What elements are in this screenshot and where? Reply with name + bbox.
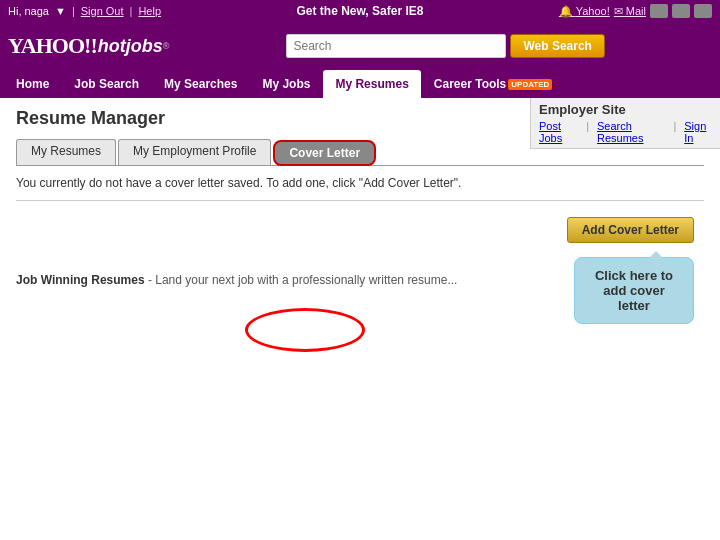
- search-bar: Web Search: [179, 34, 712, 58]
- page-title: Resume Manager: [16, 108, 704, 129]
- logo-bar: YAHOO! ! hotjobs ® Web Search: [0, 22, 720, 70]
- updated-badge: UPDATED: [508, 79, 552, 90]
- yahoo-logo-text: YAHOO!: [8, 33, 90, 59]
- ie8-promo-text: Get the New, Safer IE8: [296, 4, 423, 18]
- nav-item-home[interactable]: Home: [4, 70, 61, 98]
- tab-my-resumes[interactable]: My Resumes: [16, 139, 116, 165]
- web-search-button[interactable]: Web Search: [510, 34, 604, 58]
- mail-icon[interactable]: ✉ Mail: [614, 5, 646, 18]
- cover-letter-circle-annotation: [245, 308, 365, 352]
- yahoo-icon[interactable]: 🔔 Yahoo!: [559, 5, 610, 18]
- tab-cover-letter[interactable]: Cover Letter: [273, 140, 376, 166]
- main-content: Resume Manager My Resumes My Employment …: [0, 98, 720, 297]
- top-bar-left: Hi, naga ▼ | Sign Out | Help: [8, 5, 161, 17]
- tooltip-text: Click here to add cover letter: [595, 268, 673, 313]
- nav-item-career-tools[interactable]: Career Tools UPDATED: [422, 70, 565, 98]
- info-text: You currently do not have a cover letter…: [16, 176, 704, 201]
- dropdown-arrow[interactable]: ▼: [55, 5, 66, 17]
- nav-item-my-jobs[interactable]: My Jobs: [250, 70, 322, 98]
- tabs: My Resumes My Employment Profile Cover L…: [16, 139, 704, 166]
- toolbar-icon1: [650, 4, 668, 18]
- toolbar-icon3: [694, 4, 712, 18]
- promo-strong: Job Winning Resumes: [16, 273, 145, 287]
- registered-mark: ®: [163, 41, 170, 51]
- nav-item-my-resumes[interactable]: My Resumes: [323, 70, 420, 98]
- add-cover-letter-wrapper: Add Cover Letter Click here to add cover…: [16, 217, 704, 243]
- top-bar-sep2: |: [130, 5, 133, 17]
- logo[interactable]: YAHOO! ! hotjobs ®: [8, 33, 169, 59]
- nav-bar: Home Job Search My Searches My Jobs My R…: [0, 70, 720, 98]
- add-cover-letter-button[interactable]: Add Cover Letter: [567, 217, 694, 243]
- nav-item-my-searches[interactable]: My Searches: [152, 70, 249, 98]
- promo-suffix: - Land your next job with a professional…: [145, 273, 458, 287]
- top-bar-sep1: |: [72, 5, 75, 17]
- tooltip-bubble: Click here to add cover letter: [574, 257, 694, 324]
- hotjobs-logo-text: hotjobs: [98, 36, 163, 57]
- help-link[interactable]: Help: [138, 5, 161, 17]
- top-bar: Hi, naga ▼ | Sign Out | Help Get the New…: [0, 0, 720, 22]
- search-form: Web Search: [286, 34, 604, 58]
- greeting-text: Hi, naga: [8, 5, 49, 17]
- tab-my-employment-profile[interactable]: My Employment Profile: [118, 139, 271, 165]
- search-input[interactable]: [286, 34, 506, 58]
- top-bar-right: 🔔 Yahoo! ✉ Mail: [559, 4, 712, 18]
- nav-item-job-search[interactable]: Job Search: [62, 70, 151, 98]
- signout-link[interactable]: Sign Out: [81, 5, 124, 17]
- toolbar-icon2: [672, 4, 690, 18]
